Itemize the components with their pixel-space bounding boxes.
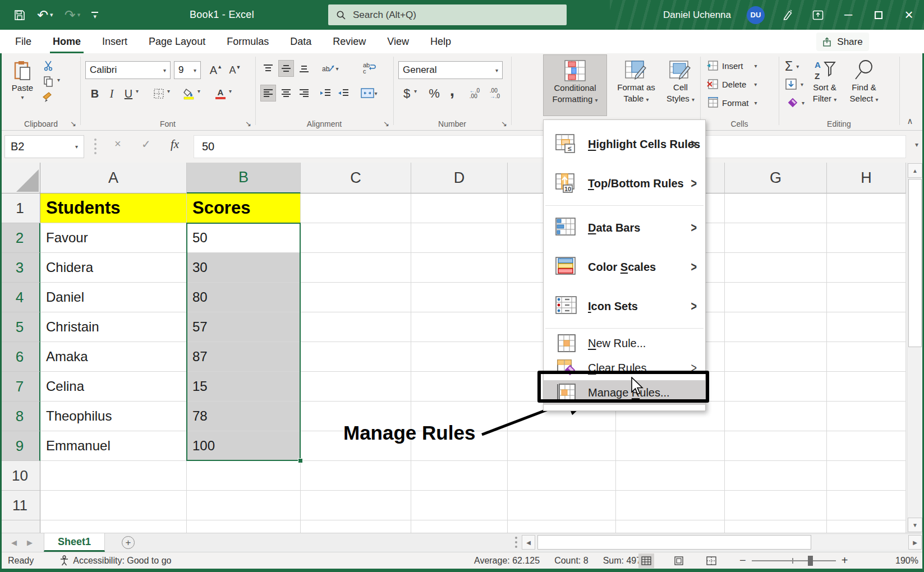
tab-data[interactable]: Data	[279, 30, 322, 53]
zoom-level[interactable]: 190%	[895, 556, 918, 566]
paste-button[interactable]: Paste ▾	[8, 56, 37, 100]
format-painter-button[interactable]	[40, 90, 56, 104]
align-right-button[interactable]	[296, 85, 312, 102]
cell-G8[interactable]	[725, 402, 827, 431]
cell-G1[interactable]	[725, 193, 827, 223]
row-header-10[interactable]: 10	[0, 461, 40, 491]
tab-review[interactable]: Review	[322, 30, 376, 53]
menu-item-new-rule[interactable]: New Rule...	[544, 331, 705, 356]
sheet-prev-icon[interactable]: ◀	[11, 538, 17, 547]
zoom-in-button[interactable]: +	[842, 554, 848, 567]
cell-G2[interactable]	[725, 223, 827, 253]
tab-view[interactable]: View	[376, 30, 420, 53]
percent-style-button[interactable]: %	[426, 85, 442, 103]
cell-B9[interactable]: 100	[187, 431, 301, 461]
cell-F9[interactable]	[616, 431, 725, 461]
cell-H8[interactable]	[827, 402, 906, 431]
cell-C10[interactable]	[301, 461, 411, 491]
format-cells-button[interactable]: Format ▾	[706, 97, 757, 108]
copy-dropdown-icon[interactable]: ▾	[57, 77, 60, 83]
cell-G5[interactable]	[725, 312, 827, 342]
cell-C1[interactable]	[301, 193, 411, 223]
name-box[interactable]: B2 ▾	[4, 135, 84, 158]
cell-A6[interactable]: Amaka	[40, 342, 187, 372]
menu-item-top-bottom-rules[interactable]: 10Top/Bottom Rules>	[544, 164, 705, 203]
fill-color-dropdown-icon[interactable]: ▾	[197, 88, 200, 94]
cell-D12[interactable]	[411, 520, 508, 533]
collapse-ribbon-button[interactable]: ∧	[902, 115, 918, 127]
cell-B6[interactable]: 87	[187, 342, 301, 372]
cell-C3[interactable]	[301, 253, 411, 283]
conditional-formatting-button[interactable]: Conditional Formatting ▾	[543, 54, 607, 116]
middle-align-button[interactable]	[278, 60, 294, 77]
cell-H5[interactable]	[827, 312, 906, 342]
undo-dropdown-icon[interactable]: ▾	[50, 11, 53, 19]
cell-B10[interactable]	[187, 461, 301, 491]
horizontal-scroll-track[interactable]	[535, 535, 908, 550]
cell-E12[interactable]	[508, 520, 616, 533]
cell-A10[interactable]	[40, 461, 187, 491]
normal-view-button[interactable]	[638, 553, 654, 568]
scroll-left-icon[interactable]: ◀	[522, 535, 535, 550]
cut-button[interactable]	[40, 59, 56, 72]
cell-C12[interactable]	[301, 520, 411, 533]
merge-center-button[interactable]: ▾	[359, 85, 379, 102]
tab-insert[interactable]: Insert	[91, 30, 138, 53]
page-layout-view-button[interactable]	[671, 553, 687, 568]
user-name[interactable]: Daniel Uchenna	[663, 10, 731, 21]
row-header-5[interactable]: 5	[0, 312, 40, 342]
accounting-format-button[interactable]: $	[401, 85, 413, 103]
cell-H6[interactable]	[827, 342, 906, 372]
tab-formulas[interactable]: Formulas	[216, 30, 279, 53]
row-header-2[interactable]: 2	[0, 223, 40, 253]
cell-G11[interactable]	[725, 491, 827, 520]
bottom-align-button[interactable]	[296, 60, 312, 77]
row-header-4[interactable]: 4	[0, 283, 40, 312]
cell-C2[interactable]	[301, 223, 411, 253]
copy-button[interactable]	[40, 75, 56, 88]
status-count[interactable]: Count: 8	[554, 556, 588, 566]
cell-C4[interactable]	[301, 283, 411, 312]
format-as-table-button[interactable]: Format as Table ▾	[612, 54, 661, 116]
decrease-indent-button[interactable]	[318, 85, 333, 102]
cell-C11[interactable]	[301, 491, 411, 520]
cell-D1[interactable]	[411, 193, 508, 223]
menu-item-clear-rules[interactable]: Clear Rules>	[544, 356, 705, 380]
enter-button[interactable]: ✓	[141, 137, 151, 151]
cell-H10[interactable]	[827, 461, 906, 491]
cell-H4[interactable]	[827, 283, 906, 312]
cell-G9[interactable]	[725, 431, 827, 461]
search-box[interactable]: Search (Alt+Q)	[328, 4, 567, 25]
insert-cells-button[interactable]: Insert ▾	[706, 60, 757, 71]
horizontal-splitter[interactable]	[515, 537, 517, 548]
cell-B2[interactable]: 50	[187, 223, 301, 253]
cell-D2[interactable]	[411, 223, 508, 253]
fill-color-button[interactable]	[181, 85, 197, 103]
cell-H12[interactable]	[827, 520, 906, 533]
col-header-G[interactable]: G	[725, 163, 827, 193]
vertical-scroll-thumb[interactable]	[908, 179, 922, 347]
clipboard-dialog-launcher[interactable]: ↘	[70, 119, 76, 128]
alignment-dialog-launcher[interactable]: ↘	[383, 119, 389, 128]
cell-F11[interactable]	[616, 491, 725, 520]
cell-G10[interactable]	[725, 461, 827, 491]
number-format-combo[interactable]: General▾	[398, 61, 503, 79]
borders-dropdown-icon[interactable]: ▾	[167, 88, 170, 94]
underline-dropdown-icon[interactable]: ▾	[136, 88, 139, 94]
increase-decimal-button[interactable]: ←.0.00	[466, 85, 484, 103]
cell-D11[interactable]	[411, 491, 508, 520]
row-header-1[interactable]: 1	[0, 193, 40, 223]
ink-pen-button[interactable]	[780, 7, 795, 24]
new-sheet-button[interactable]: +	[122, 536, 135, 549]
customize-quick-access-button[interactable]: ▾	[91, 12, 98, 19]
tab-page-layout[interactable]: Page Layout	[138, 30, 216, 53]
cell-B4[interactable]: 80	[187, 283, 301, 312]
page-break-view-button[interactable]	[704, 553, 719, 568]
number-dialog-launcher[interactable]: ↘	[501, 119, 507, 128]
cell-D4[interactable]	[411, 283, 508, 312]
menu-item-manage-rules[interactable]: Manage Rules...	[544, 380, 705, 405]
increase-font-size-button[interactable]: A▲	[208, 61, 224, 79]
wrap-text-button[interactable]: abc	[359, 60, 379, 77]
decrease-font-size-button[interactable]: A▼	[227, 61, 243, 79]
cell-G3[interactable]	[725, 253, 827, 283]
